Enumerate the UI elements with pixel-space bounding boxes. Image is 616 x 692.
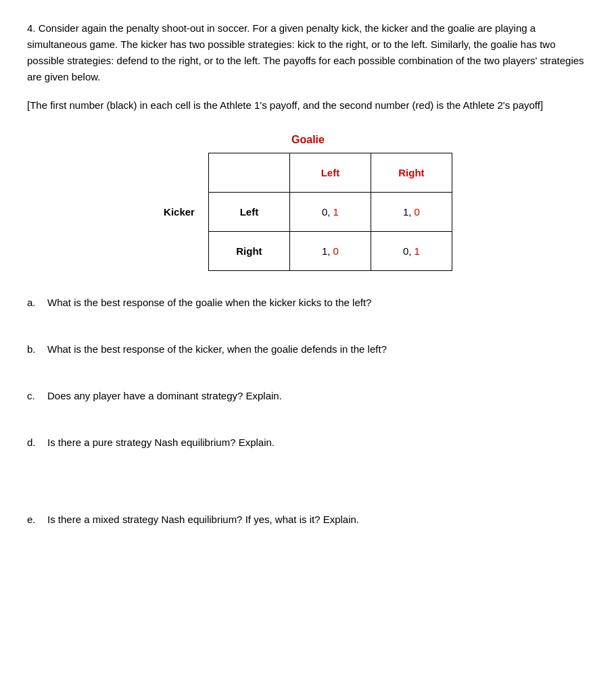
cell-left-left-val1: 0,: [322, 206, 331, 218]
question-a-label: a.: [27, 295, 47, 311]
col-right-header: Right: [371, 153, 452, 193]
cell-right-right-val2: 1: [414, 245, 420, 257]
cell-left-right-val1: 1,: [403, 206, 412, 218]
question-a-text: What is the best response of the goalie …: [47, 295, 371, 311]
question-c-text: Does any player have a dominant strategy…: [47, 388, 282, 404]
question-c-label: c.: [27, 388, 47, 404]
payoff-table: Left Right Left 0, 1 1, 0 Ri: [208, 153, 452, 271]
kicker-label: Kicker: [164, 206, 195, 218]
cell-left-right: 1, 0: [371, 193, 452, 232]
question-b-text: What is the best response of the kicker,…: [47, 341, 387, 357]
cell-left-right-val2: 0: [414, 206, 420, 218]
row-left-label: Left: [208, 193, 289, 232]
question-d-label: d.: [27, 435, 47, 451]
question-b-label: b.: [27, 341, 47, 357]
row-right: Right 1, 0 0, 1: [208, 232, 452, 271]
col-left-header: Left: [289, 153, 371, 193]
empty-header-cell: [208, 153, 289, 193]
row-right-label: Right: [208, 232, 289, 271]
question-e-label: e.: [27, 512, 47, 528]
intro-paragraph2: [The first number (black) in each cell i…: [27, 97, 589, 114]
row-left: Left 0, 1 1, 0: [208, 193, 452, 232]
goalie-label: Goalie: [291, 134, 325, 146]
question-e: e. Is there a mixed strategy Nash equili…: [27, 512, 589, 528]
cell-right-left-val2: 0: [333, 245, 339, 257]
question-d-text: Is there a pure strategy Nash equilibriu…: [47, 435, 275, 451]
cell-right-right-val1: 0,: [403, 245, 412, 257]
cell-right-left-val1: 1,: [322, 245, 331, 257]
question-d: d. Is there a pure strategy Nash equilib…: [27, 435, 589, 451]
cell-right-right: 0, 1: [371, 232, 452, 271]
questions-section: a. What is the best response of the goal…: [27, 295, 589, 528]
intro-paragraph1: 4. Consider again the penalty shoot-out …: [27, 20, 589, 85]
cell-right-left: 1, 0: [289, 232, 371, 271]
question-b: b. What is the best response of the kick…: [27, 341, 589, 357]
cell-left-left-val2: 1: [333, 206, 339, 218]
question-e-text: Is there a mixed strategy Nash equilibri…: [47, 512, 359, 528]
cell-left-left: 0, 1: [289, 193, 371, 232]
table-wrapper: Kicker Left Right Left 0, 1 1,: [164, 153, 452, 271]
game-matrix-section: Goalie Kicker Left Right Left 0, 1: [27, 134, 589, 271]
question-c: c. Does any player have a dominant strat…: [27, 388, 589, 404]
question-a: a. What is the best response of the goal…: [27, 295, 589, 311]
